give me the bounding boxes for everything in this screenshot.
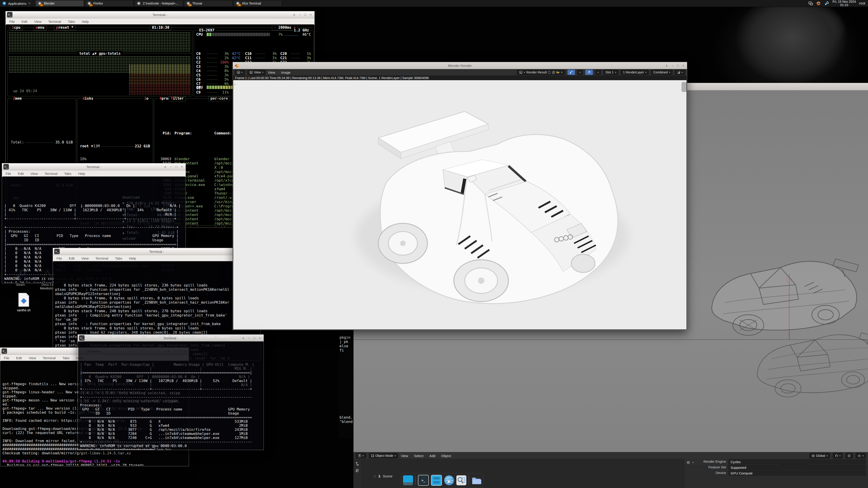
menu-item[interactable]: Edit: [22, 20, 27, 24]
window-button[interactable]: ×: [682, 64, 684, 67]
render-slot-dropdown[interactable]: Slot 1▾: [603, 70, 618, 75]
menu-item[interactable]: Tabs: [115, 256, 122, 260]
menu-item[interactable]: File: [57, 256, 62, 260]
shield-fake-user-icon[interactable]: [548, 71, 551, 74]
window-button[interactable]: −: [671, 64, 673, 67]
properties-editor-icon[interactable]: [355, 468, 360, 473]
overlays-toggle[interactable]: ▾: [856, 453, 866, 458]
window-button[interactable]: □: [677, 64, 679, 67]
new-image-icon[interactable]: [552, 71, 555, 74]
viewport-menu-item[interactable]: Object: [441, 454, 451, 458]
window-button[interactable]: ×: [259, 336, 261, 340]
btop-tab-cpu[interactable]: 1cpu: [10, 25, 23, 30]
dock-file-manager-icon[interactable]: [431, 475, 442, 486]
pan-tool-button[interactable]: [585, 70, 593, 75]
menu-item[interactable]: Image: [281, 70, 290, 74]
window-button[interactable]: −: [299, 13, 301, 17]
proportional-edit-toggle[interactable]: [845, 453, 853, 458]
zoom-tool-dropdown[interactable]: ▾: [577, 70, 583, 75]
region-expand-arrow[interactable]: ›: [234, 82, 236, 87]
display-channels-dropdown[interactable]: ▾: [675, 70, 685, 75]
outliner-editor-icon[interactable]: [355, 462, 360, 466]
menu-item[interactable]: File: [4, 356, 9, 360]
mode-dropdown[interactable]: Object Mode ▾: [369, 453, 398, 458]
window-button[interactable]: −: [248, 336, 250, 340]
window-button[interactable]: −: [170, 165, 172, 168]
menu-item[interactable]: Tabs: [68, 20, 75, 24]
window-button[interactable]: ×: [181, 165, 183, 168]
outliner-scene-row[interactable]: ⣿ Scene: [374, 474, 393, 478]
menu-item[interactable]: File: [6, 172, 11, 175]
tray-steam-icon[interactable]: [824, 1, 829, 6]
menu-item[interactable]: Tabs: [62, 356, 70, 360]
blender-render-window[interactable]: Blender Render ∧−□× ▾ View ▾ ViewImage ▾…: [232, 62, 687, 330]
unlink-datablock-button[interactable]: ×: [561, 70, 563, 74]
dock-folder-icon[interactable]: [471, 475, 481, 485]
taskbar-button[interactable]: 2 Firefox: [85, 0, 133, 6]
window-button[interactable]: ∧: [293, 13, 295, 17]
titlebar[interactable]: >_ Terminal - ∧−□×: [6, 11, 314, 18]
transform-orientation-dropdown[interactable]: Global ▾: [809, 453, 830, 458]
tray-layout-icon[interactable]: [809, 1, 813, 6]
menu-item[interactable]: Help: [78, 172, 85, 175]
dock-app-finder-icon[interactable]: [456, 475, 466, 485]
menu-item[interactable]: File: [9, 20, 15, 24]
proc-percore[interactable]: per-core: [209, 96, 230, 101]
menu-item[interactable]: View: [268, 70, 275, 74]
titlebar[interactable]: >_ Terminal - ∧−□×: [53, 248, 260, 255]
editor-type-button[interactable]: ▾: [235, 70, 245, 75]
window-button[interactable]: ∧: [164, 165, 166, 168]
menu-item[interactable]: View: [34, 20, 41, 24]
proc-filter[interactable]: filter: [168, 96, 186, 101]
property-value-field[interactable]: GPU Compute: [728, 470, 866, 476]
window-button[interactable]: □: [304, 13, 306, 17]
viewport-menu-item[interactable]: Add: [429, 454, 435, 458]
sidebar-tab[interactable]: [682, 82, 686, 92]
applications-menu-button[interactable]: Applications ☰: [0, 0, 33, 7]
btop-tab-preset[interactable]: preset *: [54, 25, 75, 30]
viewport-menu-item[interactable]: View: [401, 454, 408, 458]
taskbar-button[interactable]: 13 Thunar: [184, 0, 232, 6]
image-datablock-selector[interactable]: ▾ Render Result ×: [517, 70, 565, 75]
dock-web-browser-icon[interactable]: [444, 475, 454, 485]
menu-item[interactable]: View: [81, 256, 89, 260]
view-dropdown[interactable]: View ▾: [247, 70, 266, 75]
zoom-tool-button[interactable]: [567, 70, 575, 75]
menu-item[interactable]: Terminal: [95, 256, 108, 260]
titlebar[interactable]: >_ Terminal - ∧−□×: [2, 163, 186, 170]
render-layer-dropdown[interactable]: 1 RenderLayer▾: [621, 70, 649, 75]
menu-item[interactable]: Help: [82, 20, 89, 24]
window-button[interactable]: □: [176, 165, 177, 168]
desktop-icon-xanthe[interactable]: xanthe.sh: [10, 293, 37, 312]
window-button[interactable]: ×: [310, 13, 312, 17]
menu-item[interactable]: Edit: [18, 172, 24, 175]
window-button[interactable]: ∧: [665, 64, 668, 67]
menu-item[interactable]: View: [31, 172, 38, 175]
menu-item[interactable]: Terminal: [44, 172, 57, 175]
tray-firefox-icon[interactable]: [816, 1, 821, 6]
menu-item[interactable]: View: [29, 356, 36, 360]
wireframe-car-secondary[interactable]: [746, 304, 868, 413]
clock[interactable]: Fri, 15 Nov 2024 01:10: [833, 0, 856, 7]
menu-item[interactable]: Terminal: [43, 356, 56, 360]
menu-item[interactable]: Terminal: [48, 20, 61, 24]
btop-tab-menu[interactable]: menu: [34, 25, 46, 30]
editor-type-button[interactable]: ▾: [356, 453, 366, 458]
taskbar-button[interactable]: 2 Blender: [35, 0, 84, 6]
window-button[interactable]: ∧: [242, 336, 244, 340]
pan-tool-dropdown[interactable]: ▾: [595, 70, 601, 75]
viewport-menu-item[interactable]: Select: [414, 454, 424, 458]
taskbar-button[interactable]: Z:\root\note - Notepad+...: [134, 0, 183, 6]
render-window-titlebar[interactable]: Blender Render ∧−□×: [233, 62, 687, 69]
titlebar[interactable]: >_ Terminal - ∧−□×: [78, 335, 264, 341]
dock-terminal-icon[interactable]: >_: [418, 475, 429, 486]
render-pass-dropdown[interactable]: Combined▾: [651, 70, 673, 75]
open-image-icon[interactable]: [556, 71, 559, 74]
property-value-field[interactable]: Cycles: [728, 459, 866, 464]
taskbar-button[interactable]: 9 Xfce Terminal: [234, 0, 282, 6]
graph-title[interactable]: total ▲▼ gpu-totals: [77, 51, 122, 56]
terminal-window-nvidia-smi-2[interactable]: >_ Terminal - ∧−□× | Fan Temp Perf Pwr:U…: [78, 334, 264, 450]
render-result-image[interactable]: ›: [233, 80, 686, 329]
menu-item[interactable]: Edit: [69, 256, 74, 260]
window-button[interactable]: □: [253, 336, 255, 340]
